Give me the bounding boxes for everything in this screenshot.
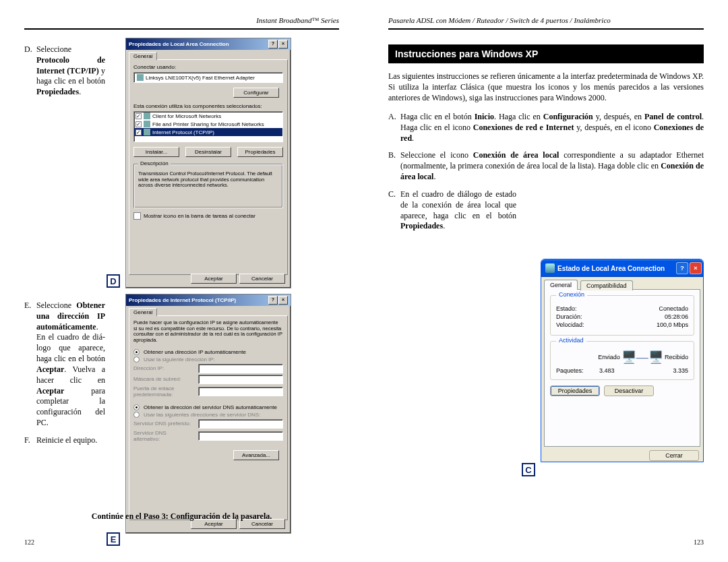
dns2-field bbox=[198, 431, 283, 441]
protocol-icon bbox=[144, 129, 150, 135]
show-icon-label: Mostrar icono en la barra de tareas al c… bbox=[144, 213, 255, 219]
sent-label: Enviado bbox=[598, 354, 620, 361]
share-icon bbox=[144, 121, 150, 127]
components-label: Esta conexión utiliza los componentes se… bbox=[133, 103, 283, 109]
desc-label: Descripción bbox=[138, 160, 171, 166]
item-b-marker: B. bbox=[388, 150, 400, 182]
nic-icon bbox=[137, 74, 144, 81]
close-icon[interactable]: × bbox=[278, 296, 288, 305]
xp-intro: Las siguientes instrucciones se refieren… bbox=[388, 71, 704, 103]
estado-value: Conectado bbox=[659, 305, 688, 312]
dialog-lan-status: Estado de Local Area Connection ? × Gene… bbox=[541, 259, 704, 462]
close-icon[interactable]: × bbox=[690, 262, 702, 274]
item-f-text: Reinicie el equipo. bbox=[36, 435, 105, 446]
item-e-text: Seleccione Obtener una dirección IP auto… bbox=[36, 301, 105, 429]
uninstall-button[interactable]: Desinstalar bbox=[185, 147, 231, 157]
help-icon[interactable]: ? bbox=[676, 262, 688, 274]
dialog-d-titlebar[interactable]: Propiedades de Local Area Connection ? × bbox=[126, 38, 291, 50]
page-number-right: 123 bbox=[694, 538, 704, 546]
activity-icon: 🖥️—🖥️ bbox=[621, 350, 663, 365]
figure-label-c: C bbox=[522, 463, 535, 476]
dialog-e-title: Propiedades de Internet Protocol (TCP/IP… bbox=[129, 297, 236, 303]
ok-button[interactable]: Aceptar bbox=[191, 274, 237, 284]
configure-button[interactable]: Configurar bbox=[233, 88, 279, 98]
help-icon[interactable]: ? bbox=[268, 40, 278, 49]
dns2-label: Servidor DNS alternativo: bbox=[133, 430, 194, 442]
gw-field bbox=[198, 387, 283, 396]
ip-label: Dirección IP: bbox=[133, 365, 194, 371]
running-head-right: Pasarela ADSL con Módem / Ruteador / Swi… bbox=[388, 16, 611, 24]
item-a-text: Haga clic en el botón Inicio. Haga clic … bbox=[400, 112, 704, 144]
item-b-text: Seleccione el icono Conexión de área loc… bbox=[400, 150, 704, 182]
tab-general[interactable]: General bbox=[544, 280, 578, 290]
mask-field bbox=[198, 375, 283, 384]
tab-support[interactable]: Compatibilidad bbox=[580, 280, 633, 290]
figure-label-e: E bbox=[107, 532, 120, 546]
dns1-field bbox=[198, 419, 283, 429]
item-d-text: Seleccione Protocolo de Internet (TCP/IP… bbox=[36, 44, 105, 98]
duracion-value: 05:28:06 bbox=[665, 313, 688, 320]
tab-general[interactable]: General bbox=[129, 308, 157, 316]
ip-field bbox=[198, 364, 283, 373]
close-icon[interactable]: × bbox=[278, 40, 288, 49]
client-icon bbox=[144, 113, 150, 119]
gw-label: Puerta de enlace predeterminada: bbox=[133, 385, 194, 398]
tcpip-intro: Puede hacer que la configuración IP se a… bbox=[133, 320, 283, 344]
dialog-e-titlebar[interactable]: Propiedades de Internet Protocol (TCP/IP… bbox=[126, 294, 291, 306]
item-e-marker: E. bbox=[24, 301, 36, 429]
dialog-lan-properties: Propiedades de Local Area Connection ? ×… bbox=[125, 38, 291, 288]
properties-button[interactable]: Propiedades bbox=[237, 147, 283, 157]
network-icon bbox=[545, 263, 555, 273]
packets-label: Paquetes: bbox=[556, 367, 584, 374]
dialog-d-title: Propiedades de Local Area Connection bbox=[129, 41, 229, 47]
running-head-left: Instant Broadband™ Series bbox=[256, 16, 339, 24]
dialog-c-titlebar[interactable]: Estado de Local Area Connection ? × bbox=[541, 259, 703, 277]
radio-dns-manual[interactable] bbox=[133, 412, 140, 418]
item-c-marker: C. bbox=[388, 189, 400, 232]
adapter-name: Linksys LNE100TX(v5) Fast Ethernet Adapt… bbox=[146, 75, 255, 81]
item-a-marker: A. bbox=[388, 112, 400, 144]
cancel-button[interactable]: Cancelar bbox=[239, 274, 285, 284]
checkbox-icon[interactable] bbox=[135, 121, 142, 127]
components-listbox[interactable]: Client for Microsoft Networks File and P… bbox=[133, 111, 283, 142]
velocidad-label: Velocidad: bbox=[556, 321, 584, 328]
close-button[interactable]: Cerrar bbox=[649, 450, 699, 461]
item-d-marker: D. bbox=[24, 44, 36, 98]
figure-label-d: D bbox=[107, 274, 120, 288]
dns1-label: Servidor DNS preferido: bbox=[133, 420, 194, 427]
radio-dns-auto[interactable] bbox=[133, 404, 140, 410]
radio-ip-auto[interactable] bbox=[133, 349, 140, 355]
estado-label: Estado: bbox=[556, 305, 577, 312]
tab-general[interactable]: General bbox=[129, 52, 157, 60]
checkbox-icon[interactable] bbox=[135, 113, 142, 119]
install-button[interactable]: Instalar... bbox=[133, 147, 179, 157]
group-activity: Actividad bbox=[556, 337, 586, 344]
disable-button[interactable]: Desactivar bbox=[604, 385, 654, 396]
header-rule bbox=[388, 28, 704, 30]
group-connection: Conexión bbox=[556, 291, 587, 298]
continue-note: Continúe en el Paso 3: Configuración de … bbox=[24, 511, 339, 522]
item-f-marker: F. bbox=[24, 435, 36, 446]
checkbox-icon[interactable] bbox=[135, 129, 142, 135]
packets-recv: 3.335 bbox=[673, 367, 688, 374]
dialog-c-title: Estado de Local Area Connection bbox=[557, 265, 665, 272]
dialog-tcpip-properties: Propiedades de Internet Protocol (TCP/IP… bbox=[125, 294, 291, 534]
packets-sent: 3.483 bbox=[599, 367, 615, 374]
velocidad-value: 100,0 Mbps bbox=[657, 321, 688, 328]
show-icon-checkbox[interactable] bbox=[133, 212, 141, 220]
item-c-text: En el cuadro de diálogo de estado de la … bbox=[400, 189, 516, 232]
section-title: Instrucciones para Windows XP bbox=[388, 44, 704, 63]
connect-using-label: Conectar usando: bbox=[133, 64, 283, 70]
desc-text: Transmission Control Protocol/Internet P… bbox=[138, 171, 278, 189]
mask-label: Máscara de subred: bbox=[133, 376, 194, 382]
page-number-left: 122 bbox=[24, 538, 34, 546]
recv-label: Recibido bbox=[665, 354, 688, 361]
advanced-button[interactable]: Avanzada... bbox=[233, 450, 279, 460]
help-icon[interactable]: ? bbox=[268, 296, 278, 305]
header-rule bbox=[24, 28, 339, 30]
properties-button[interactable]: Propiedades bbox=[550, 385, 600, 396]
adapter-field: Linksys LNE100TX(v5) Fast Ethernet Adapt… bbox=[133, 72, 283, 83]
duracion-label: Duración: bbox=[556, 313, 582, 320]
radio-ip-manual[interactable] bbox=[133, 356, 140, 363]
